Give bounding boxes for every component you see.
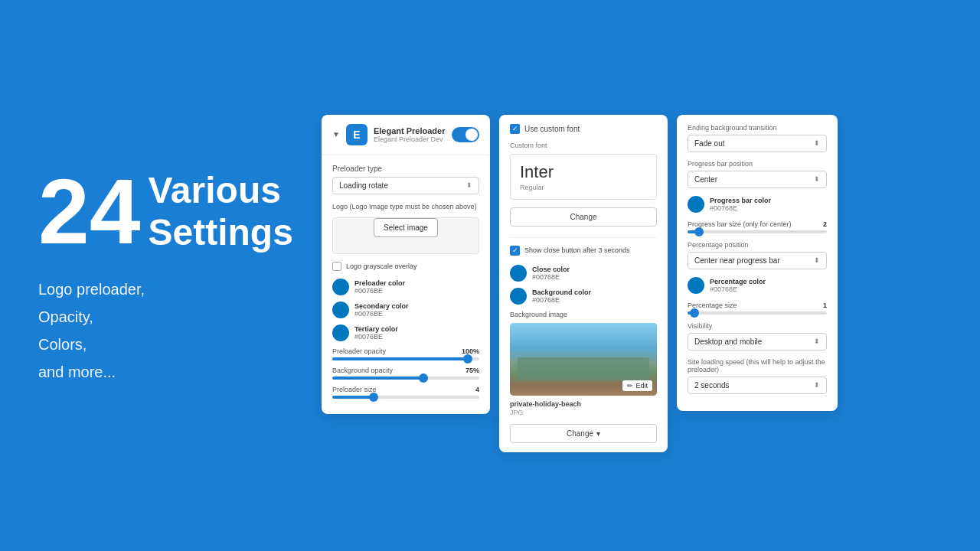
- chevron-down-icon: ▾: [596, 429, 600, 438]
- progress-bar-position-label: Progress bar position: [688, 160, 827, 168]
- change-font-button[interactable]: Change: [510, 207, 657, 227]
- progress-bar-color-row: Progress bar color #00768E: [688, 196, 827, 213]
- percentage-size-slider: Percentage size 1: [688, 302, 827, 315]
- select-image-button[interactable]: Select image: [374, 218, 438, 237]
- preloader-size-slider: Preloader size 4: [332, 386, 479, 399]
- big-number: 24: [38, 165, 140, 257]
- bg-image-preview: ✏ Edit: [510, 323, 657, 396]
- panel-expand-arrow[interactable]: ▼: [332, 130, 340, 139]
- site-loading-arrow-icon: ⬍: [814, 381, 820, 389]
- preloader-type-select[interactable]: Loading rotate ⬍: [332, 177, 479, 194]
- edit-badge[interactable]: ✏ Edit: [622, 380, 652, 391]
- image-placeholder: Select image: [332, 217, 479, 254]
- pb-position-arrow-icon: ⬍: [814, 175, 820, 183]
- big-title: Various Settings: [148, 169, 292, 253]
- change-image-button[interactable]: Change ▾: [510, 424, 657, 443]
- logo-grayscale-checkbox[interactable]: [332, 262, 341, 271]
- progress-bar-color-dot[interactable]: [688, 196, 704, 213]
- pencil-icon: ✏: [627, 382, 633, 390]
- panel2-font-settings: ✓ Use custom font Custom font Inter Regu…: [499, 115, 668, 452]
- background-opacity-slider: Background opacity 75%: [332, 367, 479, 380]
- left-panel: 24 Various Settings Logo preloader, Opac…: [0, 135, 322, 416]
- panel3-body: Ending background transition Fade out ⬍ …: [677, 115, 838, 411]
- secondary-color-dot[interactable]: [332, 302, 349, 318]
- visibility-label: Visibility: [688, 322, 827, 330]
- site-loading-select[interactable]: 2 seconds ⬍: [688, 377, 827, 394]
- panels-container: ▼ E Elegant Preloader Elegant Preloader …: [322, 99, 838, 452]
- plugin-toggle[interactable]: [452, 127, 479, 142]
- plugin-icon: E: [346, 124, 368, 145]
- divider: [510, 237, 657, 238]
- close-color-row: Close color #00768E: [510, 265, 657, 282]
- bg-color-dot[interactable]: [510, 288, 527, 305]
- bg-image-label: Background image: [510, 311, 657, 318]
- preloader-color-dot[interactable]: [332, 279, 349, 295]
- percentage-position-select[interactable]: Center near progress bar ⬍: [688, 252, 827, 269]
- close-color-dot[interactable]: [510, 265, 527, 282]
- panel2-body: ✓ Use custom font Custom font Inter Regu…: [499, 115, 668, 452]
- use-custom-font-row: ✓ Use custom font: [510, 124, 657, 134]
- font-name: Inter: [520, 162, 647, 182]
- panel3-advanced-settings: Ending background transition Fade out ⬍ …: [677, 115, 838, 411]
- select-arrow-icon: ⬍: [466, 181, 472, 189]
- panel1-body: Preloader type Loading rotate ⬍ Logo (Lo…: [322, 155, 490, 415]
- show-close-label: Show close button after 3 seconds: [524, 246, 630, 254]
- custom-font-sub-label: Custom font: [510, 142, 657, 149]
- preloader-type-label: Preloader type: [332, 165, 479, 173]
- ending-bg-arrow-icon: ⬍: [814, 139, 820, 147]
- ending-bg-select[interactable]: Fade out ⬍: [688, 135, 827, 152]
- tertiary-color-row: Tertiary color #0076BE: [332, 324, 479, 341]
- logo-note: Logo (Logo Image type must be chosen abo…: [332, 202, 479, 212]
- use-custom-font-label: Use custom font: [524, 125, 580, 133]
- visibility-select[interactable]: Desktop and mobile ⬍: [688, 333, 827, 350]
- show-close-checkbox[interactable]: ✓: [510, 246, 520, 256]
- image-filename: private-holiday-beach: [510, 400, 657, 408]
- secondary-color-row: Secondary color #0076BE: [332, 302, 479, 318]
- tertiary-color-dot[interactable]: [332, 324, 349, 341]
- percentage-color-row: Percentage color #00768E: [688, 277, 827, 294]
- title-line: 24 Various Settings: [38, 165, 283, 257]
- plugin-name-block: Elegant Preloader Elegant Preloader Dev: [374, 126, 446, 143]
- font-preview: Inter Regular: [510, 154, 657, 200]
- background-color-row: Background color #00768E: [510, 288, 657, 305]
- visibility-arrow-icon: ⬍: [814, 337, 820, 345]
- show-close-button-row: ✓ Show close button after 3 seconds: [510, 246, 657, 256]
- panel1-header: ▼ E Elegant Preloader Elegant Preloader …: [322, 115, 490, 155]
- percentage-position-label: Percentage position: [688, 241, 827, 249]
- image-format: JPG: [510, 409, 657, 416]
- progress-bar-size-slider: Progress bar size (only for center) 2: [688, 220, 827, 233]
- description-text: Logo preloader, Opacity, Colors, and mor…: [38, 276, 283, 386]
- progress-bar-position-select[interactable]: Center ⬍: [688, 171, 827, 188]
- panel1-preloader-settings: ▼ E Elegant Preloader Elegant Preloader …: [322, 115, 490, 415]
- logo-grayscale-row: Logo grayscale overlay: [332, 262, 479, 271]
- preloader-color-row: Preloader color #0076BE: [332, 279, 479, 295]
- percentage-color-dot[interactable]: [688, 277, 704, 294]
- font-style: Regular: [520, 184, 647, 191]
- use-custom-font-checkbox[interactable]: ✓: [510, 124, 520, 134]
- logo-grayscale-label: Logo grayscale overlay: [346, 262, 417, 270]
- preloader-opacity-slider: Preloader opacity 100%: [332, 347, 479, 360]
- pp-arrow-icon: ⬍: [814, 256, 820, 264]
- ending-bg-label: Ending background transition: [688, 124, 827, 132]
- site-loading-label: Site loading speed (this will help to ad…: [688, 358, 827, 373]
